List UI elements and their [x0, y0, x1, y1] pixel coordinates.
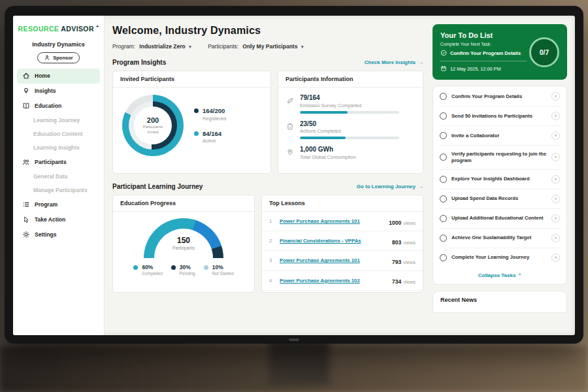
nav-label: Learning Insights — [33, 144, 80, 151]
task-row[interactable]: Explore Your Insights Dashboard › — [440, 170, 560, 189]
actions-progress-bar — [300, 137, 399, 139]
participants-information-card: Participants Information 79/164 Emission… — [278, 71, 423, 174]
sidebar-item-program[interactable]: Program — [13, 197, 104, 212]
program-filter: Program: Industrialize Zero ▼ — [112, 43, 192, 50]
legend-dot — [204, 265, 208, 270]
check-more-insights-link[interactable]: Check More Insights → — [365, 59, 423, 65]
lesson-row: 5 Power Purchase Agreements 103 600views — [262, 291, 423, 293]
task-row[interactable]: Upload Spend Data Records › — [440, 189, 560, 209]
task-checkbox[interactable] — [440, 176, 447, 183]
legend-dot — [194, 131, 199, 136]
chevron-right-icon[interactable]: › — [551, 153, 560, 161]
chevron-right-icon[interactable]: › — [551, 175, 560, 184]
program-insights-header: Program Insights Check More Insights → — [112, 59, 423, 66]
lesson-link[interactable]: Power Purchase Agreements 102 — [280, 278, 360, 284]
monitor-logo — [289, 338, 299, 341]
invited-donut-ring-inner: 200 Participants Invited — [129, 101, 177, 150]
sidebar-item-learning-journey[interactable]: Learning Journey — [13, 114, 104, 127]
chevron-right-icon[interactable]: › — [551, 195, 560, 203]
sponsor-badge[interactable]: Sponsor — [37, 52, 79, 63]
task-row[interactable]: Confirm Your Program Details › — [440, 87, 560, 106]
go-to-learning-journey-link[interactable]: Go to Learning Journey → — [357, 184, 423, 189]
legend-item-pending: 30% Pending — [171, 264, 195, 276]
consumption-row: 1,000 GWh Total Global Consumption — [286, 146, 415, 160]
sidebar-item-settings[interactable]: Settings — [13, 227, 104, 242]
task-checkbox[interactable] — [440, 112, 447, 120]
nav-label: General Data — [33, 173, 67, 180]
legend-dot — [171, 265, 176, 270]
chevron-right-icon[interactable]: › — [551, 214, 560, 223]
section-title-program-insights: Program Insights — [112, 59, 166, 66]
lightbulb-icon — [22, 87, 30, 95]
todo-column: Your To Do List Complete Your Next Task:… — [430, 16, 575, 335]
lesson-link[interactable]: Power Purchase Agreements 101 — [280, 257, 360, 263]
chevron-right-icon[interactable]: › — [551, 253, 560, 262]
book-icon — [22, 102, 30, 110]
legend-item-registered: 164/200 Registered — [194, 107, 226, 122]
task-row[interactable]: Invite a Collaborator › — [440, 126, 560, 146]
sidebar-item-participants[interactable]: Participants — [13, 155, 104, 170]
brand-secondary: ADVISOR — [61, 25, 94, 33]
sidebar-item-learning-insights[interactable]: Learning Insights — [13, 141, 104, 155]
sidebar-item-education[interactable]: Education — [13, 99, 104, 114]
sidebar-item-general-data[interactable]: General Data — [13, 170, 104, 184]
lesson-rank: 2 — [269, 238, 274, 244]
lesson-link[interactable]: Financial Considerations - VPPAs — [280, 238, 361, 244]
list-icon — [22, 201, 30, 208]
task-checkbox[interactable] — [440, 215, 447, 222]
participants-filter-dropdown[interactable]: Only My Participants ▼ — [242, 43, 304, 50]
invited-legend: 164/200 Registered 84/164 Active — [194, 107, 226, 144]
card-title: Participants Information — [278, 71, 423, 88]
nav-label: Education — [35, 103, 61, 109]
brand-primary: RESOURCE — [18, 25, 59, 33]
lesson-row: 2 Financial Considerations - VPPAs 803vi… — [262, 231, 423, 251]
chevron-right-icon[interactable]: › — [551, 92, 560, 101]
nav-label: Education Content — [33, 131, 83, 137]
top-lessons-card: Top Lessons 1 Power Purchase Agreements … — [261, 195, 423, 293]
nav-label: Take Action — [35, 216, 65, 223]
chevron-right-icon[interactable]: › — [551, 234, 560, 242]
calendar-icon — [440, 65, 447, 72]
page-title: Welcome, Industry Dynamics — [112, 25, 423, 37]
sidebar-item-insights[interactable]: Insights — [13, 84, 104, 99]
task-checkbox[interactable] — [440, 235, 447, 242]
task-row[interactable]: Complete Your Learning Journey › — [440, 248, 560, 267]
sidebar-item-manage-participants[interactable]: Manage Participants — [13, 184, 104, 197]
task-checkbox[interactable] — [440, 195, 447, 203]
card-title: Top Lessons — [262, 195, 423, 212]
nav-label: Settings — [35, 231, 57, 238]
gear-icon — [22, 231, 30, 238]
program-filter-dropdown[interactable]: Industrialize Zero ▼ — [139, 43, 192, 50]
legend-item-not-started: 10% Not Started — [204, 264, 234, 276]
todo-summary-card: Your To Do List Complete Your Next Task:… — [433, 24, 567, 80]
task-checkbox[interactable] — [440, 154, 447, 161]
chevron-right-icon[interactable]: › — [551, 131, 560, 140]
people-icon — [22, 158, 30, 166]
legend-item-active: 84/164 Active — [194, 130, 226, 144]
learning-journey-header: Participant Learning Journey Go to Learn… — [112, 183, 423, 190]
nav-label: Home — [35, 73, 50, 79]
collapse-tasks-button[interactable]: Collapse Tasks⌃ — [440, 267, 560, 284]
sidebar-item-home[interactable]: Home — [17, 69, 100, 84]
task-row[interactable]: Send 50 Invitations to Participants › — [440, 106, 560, 126]
todo-progress-ring: 0/7 — [529, 37, 559, 67]
task-checkbox[interactable] — [440, 254, 447, 261]
lesson-views: 803views — [392, 235, 416, 247]
monitor-bezel: RESOURCEADVISOR+ Industry Dynamics Spons… — [5, 6, 583, 344]
task-row[interactable]: Verify participants requesting to join t… — [440, 146, 560, 170]
chevron-right-icon[interactable]: › — [551, 112, 560, 120]
arrow-right-icon: → — [418, 184, 423, 189]
task-checkbox[interactable] — [440, 132, 447, 139]
task-checkbox[interactable] — [440, 93, 447, 100]
sidebar-item-take-action[interactable]: Take Action — [13, 212, 104, 227]
sidebar-item-education-content[interactable]: Education Content — [13, 127, 104, 141]
task-row[interactable]: Achieve One Sustainability Target › — [440, 229, 560, 248]
lesson-views: 1000views — [389, 216, 416, 227]
sidebar-nav: Home Insights Education Learning Journey… — [13, 69, 104, 242]
chevron-down-icon: ▼ — [300, 44, 304, 49]
recent-news-card: Recent News — [433, 291, 567, 313]
cursor-icon — [22, 216, 30, 223]
lesson-rank: 3 — [269, 257, 274, 263]
task-row[interactable]: Upload Additional Educational Content › — [440, 209, 560, 229]
lesson-link[interactable]: Power Purchase Agreements 101 — [280, 218, 360, 224]
